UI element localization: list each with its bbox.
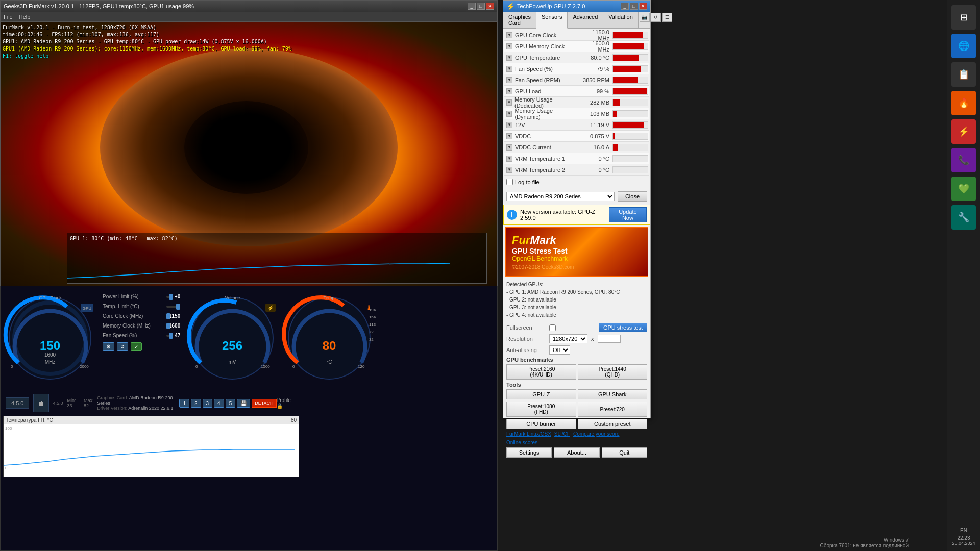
restore-button[interactable]: □ <box>477 3 485 10</box>
gpu-select[interactable]: AMD Radeon R9 200 Series <box>506 192 615 201</box>
sensor-bar-8 <box>613 122 644 128</box>
preset-fhd-button[interactable]: Preset:1080(FHD) <box>506 402 576 417</box>
lightning-badge: ⚡ <box>265 304 276 312</box>
sensor-dropdown-7[interactable]: ▼ <box>506 111 512 117</box>
settings-button[interactable]: Settings <box>506 447 552 458</box>
camera-icon[interactable]: 📷 <box>640 13 650 22</box>
sensor-dropdown-12[interactable]: ▼ <box>506 167 512 173</box>
taskbar-icon-4[interactable]: ⚡ <box>951 119 976 144</box>
reset-button[interactable]: ↺ <box>117 342 128 351</box>
profile-3-button[interactable]: 3 <box>203 399 213 408</box>
startup-button[interactable]: 4.5.0 <box>6 397 29 409</box>
gpu-stress-test-button[interactable]: GPU stress test <box>599 323 647 332</box>
taskbar-icon-2[interactable]: 📋 <box>951 62 976 87</box>
sensor-dropdown-3[interactable]: ▼ <box>506 66 512 72</box>
update-now-button[interactable]: Update Now <box>609 207 647 222</box>
furmark-title: Geeks3D FurMark v1.20.0.1 - 112FPS, GPU1… <box>4 3 194 9</box>
profile-5-button[interactable]: 5 <box>226 399 236 408</box>
gpu-benchmarks-label: GPU benchmarks <box>506 357 647 363</box>
sensor-dropdown-5[interactable]: ▼ <box>506 88 512 94</box>
sensor-name-8: ▼12V <box>504 122 578 128</box>
taskbar-icon-5[interactable]: 📞 <box>951 148 976 172</box>
sensor-dropdown-4[interactable]: ▼ <box>506 77 512 83</box>
sensor-dropdown-0[interactable]: ▼ <box>506 32 512 38</box>
svg-text:80: 80 <box>323 339 336 353</box>
furmark-banner[interactable]: FurMark GPU Stress Test OpenGL Benchmark… <box>505 227 648 277</box>
profile-1-button[interactable]: 1 <box>179 399 189 408</box>
sensor-bar-container-6 <box>612 99 648 106</box>
log-to-file-label: Log to file <box>515 179 540 185</box>
furmark-linux-link[interactable]: FurMark Linux/OSX <box>506 431 551 437</box>
sensor-dropdown-6[interactable]: ▼ <box>506 99 512 106</box>
sli-cf-link[interactable]: SLI/CF <box>554 431 570 437</box>
profile-save-button[interactable]: 💾 <box>237 399 250 408</box>
gpuz-close-main-button[interactable]: Close <box>618 191 647 202</box>
hud-line1: FurMark v1.20.1 - Burn-in test, 1280x720… <box>3 24 291 31</box>
power-limit-slider[interactable] <box>166 296 172 298</box>
tab-sensors[interactable]: Sensors <box>536 12 568 29</box>
apply-button[interactable]: ✓ <box>131 342 142 351</box>
resolution-height-input[interactable] <box>598 335 621 343</box>
taskbar-icon-1[interactable]: 🌐 <box>951 34 976 58</box>
sensor-dropdown-1[interactable]: ▼ <box>506 43 512 49</box>
close-button[interactable]: ✕ <box>486 3 494 10</box>
taskbar-icon-6[interactable]: 💚 <box>951 177 976 201</box>
power-limit-label: Power Limit (%) <box>103 294 164 299</box>
compare-score-link[interactable]: Compare your score <box>573 431 620 437</box>
menu-icon[interactable]: ☰ <box>662 13 672 22</box>
cpu-burner-button[interactable]: CPU burner <box>506 419 576 429</box>
startup-icon[interactable]: 🖥 <box>33 394 48 412</box>
profile-4-button[interactable]: 4 <box>214 399 224 408</box>
detected-gpu3: - GPU 3: not available <box>506 304 647 311</box>
preset-720-button[interactable]: Preset:720 <box>578 402 648 417</box>
menu-file[interactable]: File <box>4 14 13 20</box>
minimize-button[interactable]: _ <box>468 3 476 10</box>
custom-preset-button[interactable]: Custom preset <box>578 419 648 429</box>
taskbar-icon-7[interactable]: 🔧 <box>951 205 976 230</box>
preset-qhd-button[interactable]: Preset:1440(QHD) <box>578 364 648 380</box>
online-scores-link[interactable]: Online scores <box>506 440 537 445</box>
sensor-dropdown-10[interactable]: ▼ <box>506 144 512 151</box>
gpuz-minimize-button[interactable]: _ <box>621 3 629 10</box>
sensor-name-12: ▼VRM Temperature 2 <box>504 167 578 173</box>
taskbar-icon-3[interactable]: 🔥 <box>951 91 976 115</box>
svg-text:120: 120 <box>358 364 365 369</box>
about-button[interactable]: About... <box>554 447 599 458</box>
sensor-value-4: 3850 RPM <box>578 77 611 83</box>
refresh-icon[interactable]: ↺ <box>651 13 661 22</box>
antialiasing-select[interactable]: Off <box>549 345 570 355</box>
sensor-dropdown-11[interactable]: ▼ <box>506 156 512 162</box>
fan-speed-slider[interactable] <box>166 335 172 337</box>
sensor-bar-container-0 <box>612 32 648 39</box>
preset-4k-button[interactable]: Preset:2160(4K/UHD) <box>506 364 576 380</box>
sensor-label-11: VRM Temperature 1 <box>515 156 565 162</box>
gpu-shark-button[interactable]: GPU Shark <box>578 389 648 399</box>
clock-date: 25.04.2024 <box>952 541 975 546</box>
sensor-dropdown-9[interactable]: ▼ <box>506 133 512 139</box>
sensor-dropdown-8[interactable]: ▼ <box>506 122 512 128</box>
menu-help[interactable]: Help <box>19 14 31 20</box>
detach-button[interactable]: DETACH <box>252 399 276 408</box>
temp-limit-slider[interactable] <box>166 306 180 308</box>
gpuz-toolbar: 📷 ↺ ☰ <box>639 12 673 28</box>
power-limit-value: +0 <box>175 294 180 299</box>
taskbar-windows-button[interactable]: ⊞ <box>951 5 976 30</box>
quit-button[interactable]: Quit <box>602 447 647 458</box>
sensor-dropdown-2[interactable]: ▼ <box>506 55 512 61</box>
tab-validation[interactable]: Validation <box>603 12 639 28</box>
tab-advanced[interactable]: Advanced <box>568 12 603 28</box>
gpuz-close-button[interactable]: ✕ <box>639 3 647 10</box>
svg-text:0: 0 <box>292 364 295 369</box>
settings-gear-button[interactable]: ⚙ <box>103 342 114 351</box>
fullscreen-checkbox[interactable] <box>549 324 556 331</box>
sensor-name-2: ▼GPU Temperature <box>504 55 578 61</box>
profile-2-button[interactable]: 2 <box>191 399 201 408</box>
min-label: Min: 33 <box>67 398 80 408</box>
sensor-name-10: ▼VDDC Current <box>504 144 578 151</box>
svg-text:1600: 1600 <box>44 352 56 358</box>
tab-graphics-card[interactable]: Graphics Card <box>503 12 536 28</box>
gpuz-tool-button[interactable]: GPU-Z <box>506 389 576 399</box>
gpuz-restore-button[interactable]: □ <box>630 3 638 10</box>
resolution-select[interactable]: 1280x720 <box>549 334 587 343</box>
log-to-file-checkbox[interactable] <box>506 179 513 185</box>
